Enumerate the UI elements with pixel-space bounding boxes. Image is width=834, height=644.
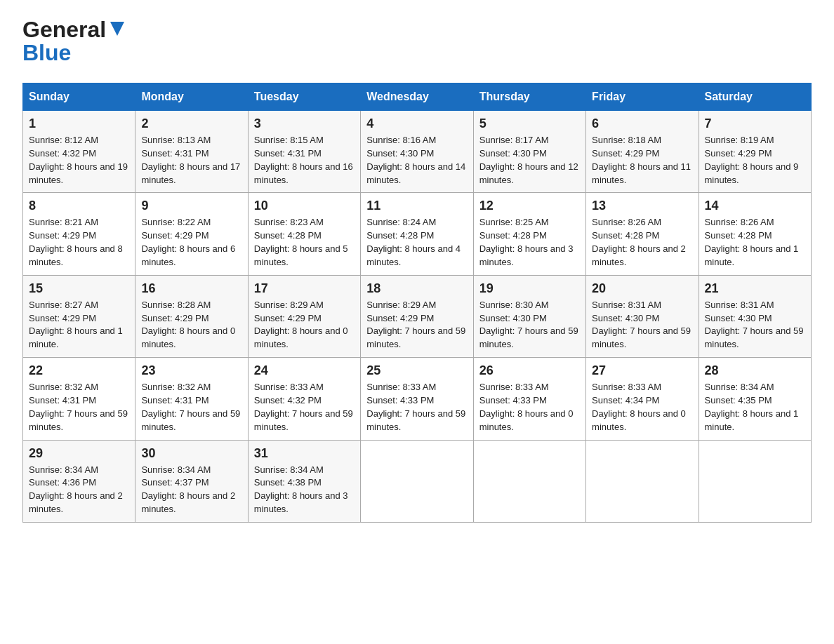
week-row-1: 1Sunrise: 8:12 AMSunset: 4:32 PMDaylight… (23, 111, 812, 193)
day-number: 28 (705, 363, 805, 378)
day-info: Sunrise: 8:13 AMSunset: 4:31 PMDaylight:… (141, 134, 241, 187)
day-number: 14 (705, 199, 805, 213)
day-info: Sunrise: 8:17 AMSunset: 4:30 PMDaylight:… (479, 134, 580, 187)
day-cell-28: 28Sunrise: 8:34 AMSunset: 4:35 PMDayligh… (699, 358, 811, 440)
day-number: 15 (29, 281, 129, 296)
day-cell-18: 18Sunrise: 8:29 AMSunset: 4:29 PMDayligh… (361, 275, 473, 357)
day-info: Sunrise: 8:24 AMSunset: 4:28 PMDaylight:… (366, 216, 467, 269)
day-number: 19 (479, 281, 580, 296)
days-of-week-row: SundayMondayTuesdayWednesdayThursdayFrid… (23, 83, 812, 111)
day-info: Sunrise: 8:26 AMSunset: 4:28 PMDaylight:… (705, 216, 805, 269)
day-cell-6: 6Sunrise: 8:18 AMSunset: 4:29 PMDaylight… (586, 111, 699, 193)
day-info: Sunrise: 8:32 AMSunset: 4:31 PMDaylight:… (29, 381, 129, 434)
calendar-body: 1Sunrise: 8:12 AMSunset: 4:32 PMDaylight… (23, 111, 812, 523)
col-header-thursday: Thursday (473, 83, 585, 111)
week-row-5: 29Sunrise: 8:34 AMSunset: 4:36 PMDayligh… (23, 440, 812, 522)
day-number: 29 (29, 446, 129, 461)
day-number: 30 (141, 446, 241, 461)
empty-cell (361, 440, 473, 522)
day-cell-31: 31Sunrise: 8:34 AMSunset: 4:38 PMDayligh… (248, 440, 360, 522)
day-cell-29: 29Sunrise: 8:34 AMSunset: 4:36 PMDayligh… (23, 440, 135, 522)
col-header-saturday: Saturday (699, 83, 811, 111)
day-info: Sunrise: 8:19 AMSunset: 4:29 PMDaylight:… (705, 134, 805, 187)
day-info: Sunrise: 8:27 AMSunset: 4:29 PMDaylight:… (29, 299, 129, 351)
day-info: Sunrise: 8:28 AMSunset: 4:29 PMDaylight:… (141, 299, 241, 351)
col-header-tuesday: Tuesday (248, 83, 360, 111)
day-info: Sunrise: 8:29 AMSunset: 4:29 PMDaylight:… (366, 299, 467, 351)
day-number: 4 (366, 116, 467, 131)
day-number: 16 (141, 281, 241, 296)
day-number: 31 (254, 446, 355, 461)
day-cell-24: 24Sunrise: 8:33 AMSunset: 4:32 PMDayligh… (248, 358, 360, 440)
day-cell-16: 16Sunrise: 8:28 AMSunset: 4:29 PMDayligh… (135, 275, 248, 357)
day-info: Sunrise: 8:32 AMSunset: 4:31 PMDaylight:… (141, 381, 241, 434)
day-number: 22 (29, 363, 129, 378)
day-number: 17 (254, 281, 355, 296)
day-number: 12 (479, 199, 580, 213)
calendar-table: SundayMondayTuesdayWednesdayThursdayFrid… (22, 83, 812, 523)
day-number: 18 (366, 281, 467, 296)
empty-cell (699, 440, 811, 522)
day-info: Sunrise: 8:33 AMSunset: 4:32 PMDaylight:… (254, 381, 355, 434)
col-header-sunday: Sunday (23, 83, 135, 111)
day-cell-14: 14Sunrise: 8:26 AMSunset: 4:28 PMDayligh… (699, 193, 811, 275)
day-cell-19: 19Sunrise: 8:30 AMSunset: 4:30 PMDayligh… (473, 275, 585, 357)
logo: General Blue (22, 17, 127, 66)
day-number: 26 (479, 363, 580, 378)
day-info: Sunrise: 8:31 AMSunset: 4:30 PMDaylight:… (592, 299, 692, 351)
day-cell-20: 20Sunrise: 8:31 AMSunset: 4:30 PMDayligh… (586, 275, 699, 357)
col-header-friday: Friday (586, 83, 699, 111)
week-row-4: 22Sunrise: 8:32 AMSunset: 4:31 PMDayligh… (23, 358, 812, 440)
day-number: 24 (254, 363, 355, 378)
day-number: 6 (592, 116, 692, 131)
day-cell-8: 8Sunrise: 8:21 AMSunset: 4:29 PMDaylight… (23, 193, 135, 275)
day-cell-13: 13Sunrise: 8:26 AMSunset: 4:28 PMDayligh… (586, 193, 699, 275)
day-info: Sunrise: 8:21 AMSunset: 4:29 PMDaylight:… (29, 216, 129, 269)
day-number: 3 (254, 116, 355, 131)
day-info: Sunrise: 8:33 AMSunset: 4:33 PMDaylight:… (479, 381, 580, 434)
day-number: 25 (366, 363, 467, 378)
day-number: 20 (592, 281, 692, 296)
day-cell-15: 15Sunrise: 8:27 AMSunset: 4:29 PMDayligh… (23, 275, 135, 357)
day-info: Sunrise: 8:34 AMSunset: 4:37 PMDaylight:… (141, 464, 241, 516)
day-info: Sunrise: 8:25 AMSunset: 4:28 PMDaylight:… (479, 216, 580, 269)
day-cell-26: 26Sunrise: 8:33 AMSunset: 4:33 PMDayligh… (473, 358, 585, 440)
day-cell-7: 7Sunrise: 8:19 AMSunset: 4:29 PMDaylight… (699, 111, 811, 193)
day-info: Sunrise: 8:26 AMSunset: 4:28 PMDaylight:… (592, 216, 692, 269)
week-row-2: 8Sunrise: 8:21 AMSunset: 4:29 PMDaylight… (23, 193, 812, 275)
day-number: 23 (141, 363, 241, 378)
day-info: Sunrise: 8:23 AMSunset: 4:28 PMDaylight:… (254, 216, 355, 269)
svg-marker-0 (110, 22, 124, 36)
day-cell-4: 4Sunrise: 8:16 AMSunset: 4:30 PMDaylight… (361, 111, 473, 193)
logo-general: General (22, 17, 106, 43)
day-info: Sunrise: 8:33 AMSunset: 4:33 PMDaylight:… (366, 381, 467, 434)
day-cell-9: 9Sunrise: 8:22 AMSunset: 4:29 PMDaylight… (135, 193, 248, 275)
day-info: Sunrise: 8:34 AMSunset: 4:35 PMDaylight:… (705, 381, 805, 434)
day-number: 1 (29, 116, 129, 131)
day-number: 8 (29, 199, 129, 213)
col-header-monday: Monday (135, 83, 248, 111)
day-cell-12: 12Sunrise: 8:25 AMSunset: 4:28 PMDayligh… (473, 193, 585, 275)
day-info: Sunrise: 8:29 AMSunset: 4:29 PMDaylight:… (254, 299, 355, 351)
day-info: Sunrise: 8:18 AMSunset: 4:29 PMDaylight:… (592, 134, 692, 187)
day-number: 7 (705, 116, 805, 131)
day-cell-25: 25Sunrise: 8:33 AMSunset: 4:33 PMDayligh… (361, 358, 473, 440)
day-cell-11: 11Sunrise: 8:24 AMSunset: 4:28 PMDayligh… (361, 193, 473, 275)
empty-cell (586, 440, 699, 522)
day-number: 5 (479, 116, 580, 131)
day-number: 9 (141, 199, 241, 213)
day-cell-22: 22Sunrise: 8:32 AMSunset: 4:31 PMDayligh… (23, 358, 135, 440)
day-cell-30: 30Sunrise: 8:34 AMSunset: 4:37 PMDayligh… (135, 440, 248, 522)
day-number: 11 (366, 199, 467, 213)
day-number: 13 (592, 199, 692, 213)
day-cell-5: 5Sunrise: 8:17 AMSunset: 4:30 PMDaylight… (473, 111, 585, 193)
day-info: Sunrise: 8:16 AMSunset: 4:30 PMDaylight:… (366, 134, 467, 187)
day-info: Sunrise: 8:22 AMSunset: 4:29 PMDaylight:… (141, 216, 241, 269)
col-header-wednesday: Wednesday (361, 83, 473, 111)
page-header: General Blue (22, 17, 812, 66)
calendar-header: SundayMondayTuesdayWednesdayThursdayFrid… (23, 83, 812, 111)
day-number: 2 (141, 116, 241, 131)
day-info: Sunrise: 8:30 AMSunset: 4:30 PMDaylight:… (479, 299, 580, 351)
day-cell-2: 2Sunrise: 8:13 AMSunset: 4:31 PMDaylight… (135, 111, 248, 193)
day-number: 21 (705, 281, 805, 296)
